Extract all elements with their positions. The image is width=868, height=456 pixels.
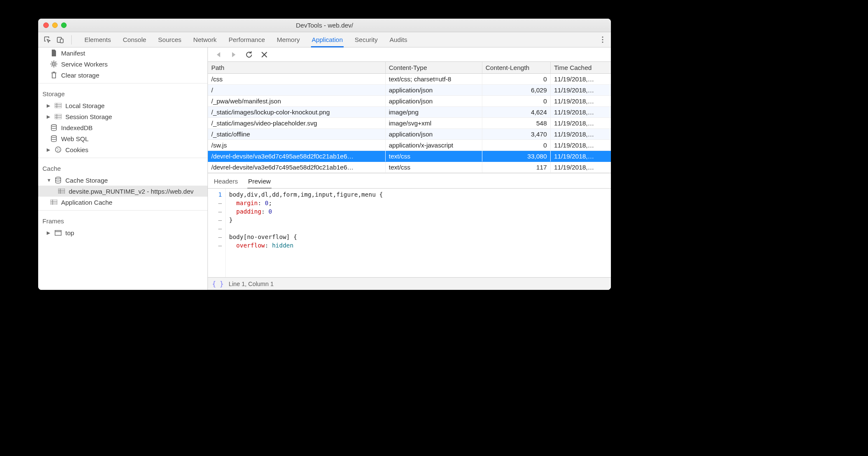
col-path[interactable]: Path	[208, 62, 385, 74]
database-icon	[50, 135, 58, 142]
sidebar-item-manifest[interactable]: Manifest	[38, 47, 207, 58]
nav-back-icon[interactable]	[215, 51, 222, 58]
inspect-element-icon[interactable]	[42, 35, 53, 45]
code-gutter: 1––––––	[208, 189, 226, 277]
col-time-cached[interactable]: Time Cached	[551, 62, 611, 74]
tab-elements[interactable]: Elements	[84, 33, 111, 46]
cell-type: text/css; charset=utf-8	[385, 74, 482, 85]
chevron-right-icon: ▶	[47, 103, 51, 108]
svg-rect-3	[55, 103, 62, 108]
table-row[interactable]: /_static/offlineapplication/json3,47011/…	[208, 129, 611, 140]
cell-path: /css	[208, 74, 385, 85]
sidebar-item-cache-entry[interactable]: devsite.pwa_RUNTIME_v2 - https://web.dev	[38, 186, 207, 197]
tab-sources[interactable]: Sources	[158, 33, 182, 46]
cell-length: 0	[482, 96, 551, 107]
cell-time: 11/19/2018,…	[551, 107, 611, 118]
cell-type: image/svg+xml	[385, 118, 482, 129]
cursor-position: Line 1, Column 1	[229, 281, 274, 287]
sidebar-item-service-workers[interactable]: Service Workers	[38, 58, 207, 70]
sidebar-item-clear-storage[interactable]: Clear storage	[38, 70, 207, 81]
table-row[interactable]: /devrel-devsite/va3e6d7c495ae58d2f0c21ab…	[208, 162, 611, 173]
cell-path: /_pwa/web/manifest.json	[208, 96, 385, 107]
delete-icon[interactable]	[260, 51, 268, 58]
code-preview[interactable]: 1–––––– body,div,dl,dd,form,img,input,fi…	[208, 189, 611, 277]
tab-performance[interactable]: Performance	[229, 33, 265, 46]
frame-icon	[54, 229, 62, 236]
sidebar-item-cookies[interactable]: ▶ Cookies	[38, 144, 207, 155]
tab-memory[interactable]: Memory	[277, 33, 300, 46]
sidebar-item-session-storage[interactable]: ▶ Session Storage	[38, 111, 207, 122]
tab-preview[interactable]: Preview	[248, 176, 271, 188]
sidebar-item-local-storage[interactable]: ▶ Local Storage	[38, 100, 207, 111]
close-window-button[interactable]	[43, 22, 49, 28]
table-row[interactable]: /_static/images/lockup-color-knockout.pn…	[208, 107, 611, 118]
database-icon	[54, 176, 62, 184]
code-body: body,div,dl,dd,form,img,input,figure,men…	[226, 189, 386, 277]
cell-time: 11/19/2018,…	[551, 96, 611, 107]
tab-security[interactable]: Security	[355, 33, 378, 46]
cell-type: image/png	[385, 107, 482, 118]
cell-time: 11/19/2018,…	[551, 85, 611, 96]
cell-path: /	[208, 85, 385, 96]
svg-rect-27	[55, 230, 62, 235]
col-content-length[interactable]: Content-Length	[482, 62, 551, 74]
cache-toolbar	[208, 47, 611, 62]
tab-audits[interactable]: Audits	[389, 33, 407, 46]
table-row[interactable]: /csstext/css; charset=utf-8011/19/2018,…	[208, 74, 611, 85]
refresh-icon[interactable]	[245, 51, 253, 58]
main-panel: Path Content-Type Content-Length Time Ca…	[208, 47, 611, 290]
cell-length: 548	[482, 118, 551, 129]
col-content-type[interactable]: Content-Type	[385, 62, 482, 74]
nav-forward-icon[interactable]	[230, 51, 238, 58]
table-row[interactable]: /devrel-devsite/va3e6d7c495ae58d2f0c21ab…	[208, 151, 611, 162]
cell-time: 11/19/2018,…	[551, 151, 611, 162]
status-bar: { } Line 1, Column 1	[208, 277, 611, 290]
more-options-icon[interactable]	[598, 36, 607, 43]
cell-path: /devrel-devsite/va3e6d7c495ae58d2f0c21ab…	[208, 151, 385, 162]
device-toolbar-icon[interactable]	[55, 35, 65, 45]
sidebar-item-websql[interactable]: Web SQL	[38, 133, 207, 144]
tab-application[interactable]: Application	[312, 33, 343, 46]
cell-type: application/json	[385, 85, 482, 96]
cell-type: application/json	[385, 96, 482, 107]
chevron-down-icon: ▼	[47, 178, 51, 183]
sidebar-item-cache-storage[interactable]: ▼ Cache Storage	[38, 175, 207, 186]
maximize-window-button[interactable]	[61, 22, 67, 28]
cell-time: 11/19/2018,…	[551, 118, 611, 129]
grid-icon	[50, 198, 58, 206]
svg-point-18	[56, 177, 61, 179]
frames-section-head: Frames	[38, 213, 207, 227]
grid-icon	[58, 187, 65, 195]
minimize-window-button[interactable]	[52, 22, 58, 28]
panel-tabs: Elements Console Sources Network Perform…	[38, 32, 611, 47]
table-row[interactable]: /_static/images/video-placeholder.svgima…	[208, 118, 611, 129]
format-icon[interactable]: { }	[212, 280, 224, 288]
gear-icon	[50, 60, 58, 68]
trash-icon	[50, 71, 58, 79]
cell-length: 3,470	[482, 129, 551, 140]
cell-path: /devrel-devsite/va3e6d7c495ae58d2f0c21ab…	[208, 162, 385, 173]
cell-time: 11/19/2018,…	[551, 162, 611, 173]
cell-type: text/css	[385, 162, 482, 173]
table-row[interactable]: /_pwa/web/manifest.jsonapplication/json0…	[208, 96, 611, 107]
file-icon	[50, 49, 58, 57]
tab-headers[interactable]: Headers	[214, 176, 238, 188]
cell-path: /_static/images/video-placeholder.svg	[208, 118, 385, 129]
table-row[interactable]: /sw.jsapplication/x-javascript011/19/201…	[208, 140, 611, 151]
tab-console[interactable]: Console	[123, 33, 146, 46]
cell-length: 33,080	[482, 151, 551, 162]
grid-icon	[54, 113, 62, 120]
tab-network[interactable]: Network	[193, 33, 217, 46]
cell-time: 11/19/2018,…	[551, 74, 611, 85]
storage-section-head: Storage	[38, 86, 207, 100]
sidebar-item-indexeddb[interactable]: IndexedDB	[38, 122, 207, 133]
sidebar-item-top-frame[interactable]: ▶ top	[38, 227, 207, 238]
svg-point-12	[51, 136, 56, 137]
cell-length: 6,029	[482, 85, 551, 96]
cache-section-head: Cache	[38, 161, 207, 175]
table-row[interactable]: /application/json6,02911/19/2018,…	[208, 85, 611, 96]
cell-length: 4,624	[482, 107, 551, 118]
sidebar-item-application-cache[interactable]: Application Cache	[38, 197, 207, 208]
response-tabs: Headers Preview	[208, 173, 611, 189]
window-title: DevTools - web.dev/	[38, 22, 611, 29]
